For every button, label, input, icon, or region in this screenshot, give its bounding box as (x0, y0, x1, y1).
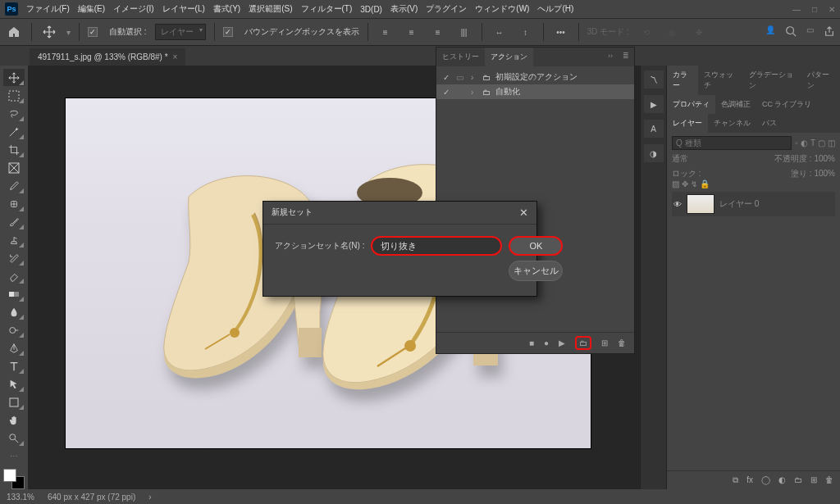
tab-actions[interactable]: アクション (485, 48, 533, 66)
menu-help[interactable]: ヘルプ(H) (537, 3, 573, 15)
new-action-icon[interactable]: ⊞ (601, 338, 608, 347)
visibility-icon[interactable]: 👁 (673, 200, 682, 209)
auto-select-checkbox[interactable] (88, 27, 98, 37)
auto-select-target[interactable]: レイヤー (155, 24, 206, 40)
lock-pos-icon[interactable]: ✥ (682, 179, 688, 188)
menu-layer[interactable]: レイヤー(L) (162, 3, 205, 15)
layer-name[interactable]: レイヤー 0 (719, 198, 759, 210)
type-tool[interactable] (3, 357, 25, 375)
heal-tool[interactable] (3, 195, 25, 212)
document-tab[interactable]: 4917911_s.jpg @ 133% (RGB/8#) * × (30, 48, 185, 66)
filter-type-icon[interactable]: T (810, 138, 815, 148)
tab-color[interactable]: カラー (667, 66, 698, 95)
menu-plugins[interactable]: プラグイン (426, 3, 467, 15)
distribute-h-icon[interactable]: ↔ (491, 23, 509, 41)
lasso-tool[interactable] (3, 105, 25, 122)
document-tab-close-icon[interactable]: × (173, 52, 178, 61)
edit-toolbar[interactable]: ⋯ (3, 447, 25, 465)
blend-mode-select[interactable]: 通常 (672, 153, 688, 165)
tab-swatches[interactable]: スウォッチ (698, 66, 743, 95)
expand-icon[interactable]: › (471, 88, 477, 97)
dodge-tool[interactable] (3, 321, 25, 338)
delete-layer-icon[interactable]: 🗑 (825, 475, 833, 485)
action-set-row[interactable]: ✓ › 🗀 自動化 (436, 84, 634, 99)
brush-tool[interactable] (3, 213, 25, 230)
menu-edit[interactable]: 編集(E) (78, 3, 105, 15)
tab-paths[interactable]: パス (756, 114, 783, 133)
tab-patterns[interactable]: パターン (801, 66, 840, 95)
action-dialog-icon[interactable]: ▭ (456, 73, 466, 82)
eraser-tool[interactable] (3, 267, 25, 284)
blur-tool[interactable] (3, 303, 25, 320)
show-bbox-checkbox[interactable] (223, 27, 233, 37)
fx-icon[interactable]: fx (746, 475, 753, 485)
menu-type[interactable]: 書式(Y) (213, 3, 240, 15)
ok-button[interactable]: OK (509, 236, 563, 256)
home-icon[interactable] (5, 23, 23, 41)
frame-tool[interactable] (3, 159, 25, 176)
new-set-icon[interactable]: 🗀 (575, 336, 591, 350)
new-layer-icon[interactable]: ⊞ (810, 475, 817, 485)
filter-smart-icon[interactable]: ◫ (828, 138, 835, 148)
expand-icon[interactable]: › (471, 73, 477, 82)
zoom-level[interactable]: 133.1% (7, 493, 34, 502)
tool-preset-dropdown[interactable]: ▾ (66, 28, 71, 37)
panel-collapse-icon[interactable]: ›› (603, 48, 618, 66)
more-options-icon[interactable]: ••• (552, 23, 570, 41)
tab-channels[interactable]: チャンネル (708, 114, 756, 133)
hand-tool[interactable] (3, 411, 25, 429)
opacity-value[interactable]: 100% (814, 154, 835, 163)
doc-info[interactable]: 640 px x 427 px (72 ppi) (48, 493, 135, 502)
adjust-panel-icon[interactable]: ◑ (644, 144, 664, 162)
align-left-icon[interactable]: ||| (455, 23, 473, 41)
menu-3d[interactable]: 3D(D) (360, 5, 382, 14)
window-maximize-icon[interactable]: □ (812, 5, 817, 14)
marquee-tool[interactable] (3, 87, 25, 104)
tab-libraries[interactable]: CC ライブラリ (756, 95, 818, 114)
glyph-panel-icon[interactable]: A (644, 120, 664, 138)
adjustment-layer-icon[interactable]: ◐ (778, 475, 786, 485)
shape-tool[interactable] (3, 393, 25, 411)
path-select-tool[interactable] (3, 375, 25, 393)
move-tool-icon[interactable] (40, 23, 58, 41)
tab-adjustments[interactable]: 色調補正 (715, 95, 756, 114)
distribute-v-icon[interactable]: ↕ (517, 23, 535, 41)
lock-nest-icon[interactable]: ↯ (691, 179, 697, 188)
brushes-panel-icon[interactable]: 〽 (644, 70, 664, 89)
action-toggle-icon[interactable]: ✓ (443, 73, 451, 82)
foreground-swatch[interactable] (3, 469, 16, 482)
eyedropper-tool[interactable] (3, 177, 25, 194)
clone-stamp-tool[interactable] (3, 231, 25, 248)
tab-properties[interactable]: プロパティ (667, 95, 715, 114)
history-brush-tool[interactable] (3, 249, 25, 266)
panel-menu-icon[interactable]: ≣ (618, 48, 634, 66)
group-icon[interactable]: 🗀 (794, 475, 802, 485)
cancel-button[interactable]: キャンセル (509, 261, 563, 281)
set-name-input[interactable] (371, 236, 502, 256)
tab-layers[interactable]: レイヤー (667, 114, 708, 133)
search-icon[interactable] (785, 25, 797, 39)
delete-action-icon[interactable]: 🗑 (618, 338, 626, 347)
zoom-tool[interactable] (3, 429, 25, 447)
menu-window[interactable]: ウィンドウ(W) (475, 3, 529, 15)
menu-file[interactable]: ファイル(F) (26, 3, 70, 15)
filter-image-icon[interactable]: ▫ (795, 138, 798, 148)
move-tool[interactable] (3, 69, 25, 86)
crop-tool[interactable] (3, 141, 25, 158)
workspace-icon[interactable]: ▭ (806, 25, 814, 39)
tab-history[interactable]: ヒストリー (436, 48, 485, 66)
gradient-tool[interactable] (3, 285, 25, 302)
doc-info-chevron-icon[interactable]: › (148, 493, 151, 502)
play-icon[interactable]: ▶ (559, 338, 565, 347)
fill-value[interactable]: 100% (814, 169, 835, 178)
mask-icon[interactable]: ◯ (761, 475, 770, 485)
tab-gradients[interactable]: グラデーション (743, 66, 801, 95)
link-layers-icon[interactable]: ⧉ (733, 475, 738, 485)
align-vcenter-icon[interactable]: ≡ (403, 23, 421, 41)
dialog-close-icon[interactable]: ✕ (519, 207, 528, 219)
lock-trans-icon[interactable]: ▨ (672, 179, 679, 188)
lock-all-icon[interactable]: 🔒 (700, 179, 710, 188)
color-swatches[interactable] (3, 469, 25, 489)
user-icon[interactable]: 👤 (765, 25, 775, 39)
layer-filter-input[interactable] (672, 136, 792, 150)
